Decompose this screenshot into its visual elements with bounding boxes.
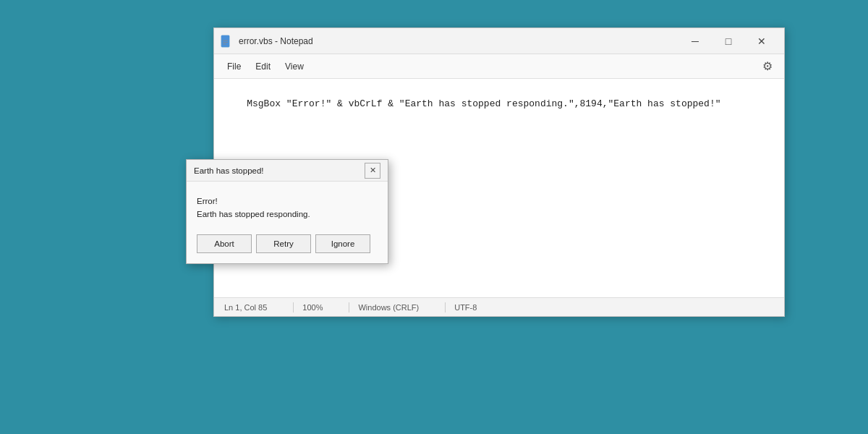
- window-controls: ─ □ ✕: [678, 30, 778, 53]
- menu-view[interactable]: View: [278, 59, 311, 75]
- dialog-message: Error! Earth has stopped responding.: [197, 195, 378, 221]
- dialog-title: Earth has stopped!: [194, 166, 365, 175]
- encoding: UTF-8: [454, 303, 494, 312]
- cursor-position: Ln 1, Col 85: [224, 303, 284, 312]
- dialog-message-line1: Error!: [197, 195, 378, 208]
- notepad-title-bar: error.vbs - Notepad ─ □ ✕: [214, 28, 784, 54]
- maximize-button[interactable]: □: [712, 30, 745, 53]
- dialog-close-button[interactable]: ✕: [365, 163, 380, 179]
- settings-icon[interactable]: ⚙: [757, 56, 778, 76]
- status-separator-1: [293, 302, 294, 312]
- dialog-title-bar: Earth has stopped! ✕: [187, 160, 388, 182]
- dialog-window: Earth has stopped! ✕ Error! Earth has st…: [186, 159, 388, 264]
- menu-edit[interactable]: Edit: [248, 59, 278, 75]
- status-separator-2: [349, 302, 349, 312]
- close-button[interactable]: ✕: [745, 30, 778, 53]
- abort-button[interactable]: Abort: [197, 234, 252, 253]
- editor-content: MsgBox "Error!" & vbCrLf & "Earth has st…: [247, 98, 720, 109]
- dialog-message-line2: Earth has stopped responding.: [197, 208, 378, 221]
- dialog-content: Error! Earth has stopped responding. Abo…: [187, 182, 388, 263]
- notepad-title: error.vbs - Notepad: [239, 36, 678, 46]
- retry-button[interactable]: Retry: [256, 234, 311, 253]
- status-bar: Ln 1, Col 85 100% Windows (CRLF) UTF-8: [214, 297, 784, 316]
- svg-rect-1: [221, 35, 229, 38]
- line-ending: Windows (CRLF): [358, 303, 436, 312]
- ignore-button[interactable]: Ignore: [315, 234, 370, 253]
- menu-file[interactable]: File: [220, 59, 248, 75]
- dialog-buttons: Abort Retry Ignore: [197, 234, 378, 253]
- zoom-level: 100%: [302, 303, 340, 312]
- minimize-button[interactable]: ─: [678, 30, 712, 53]
- notepad-icon: [220, 35, 233, 48]
- status-separator-3: [445, 302, 446, 312]
- menu-bar: File Edit View ⚙: [214, 54, 784, 79]
